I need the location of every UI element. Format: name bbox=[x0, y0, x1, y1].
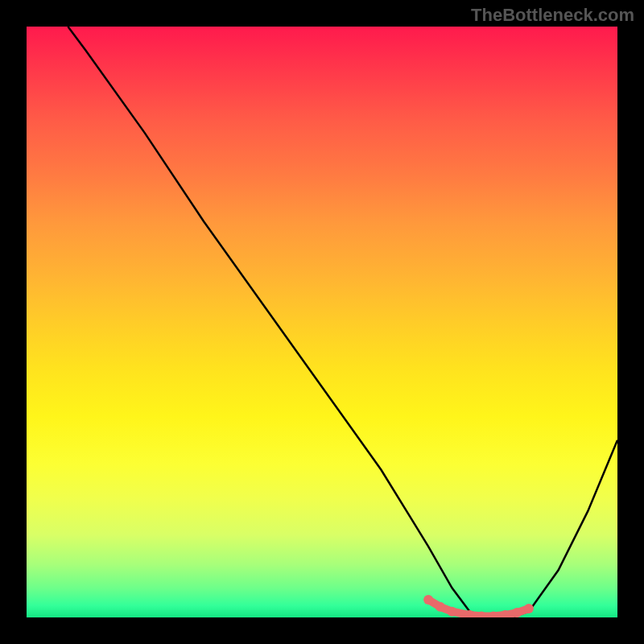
marker-dot bbox=[423, 595, 433, 605]
bottleneck-curve bbox=[68, 27, 617, 617]
marker-dot bbox=[524, 604, 534, 613]
marker-dot bbox=[512, 608, 522, 617]
marker-group bbox=[423, 595, 534, 617]
watermark-text: TheBottleneck.com bbox=[471, 5, 634, 26]
marker-dot bbox=[448, 607, 457, 617]
marker-dot bbox=[436, 602, 445, 612]
chart-plot-area bbox=[27, 27, 617, 617]
chart-svg bbox=[27, 27, 617, 617]
